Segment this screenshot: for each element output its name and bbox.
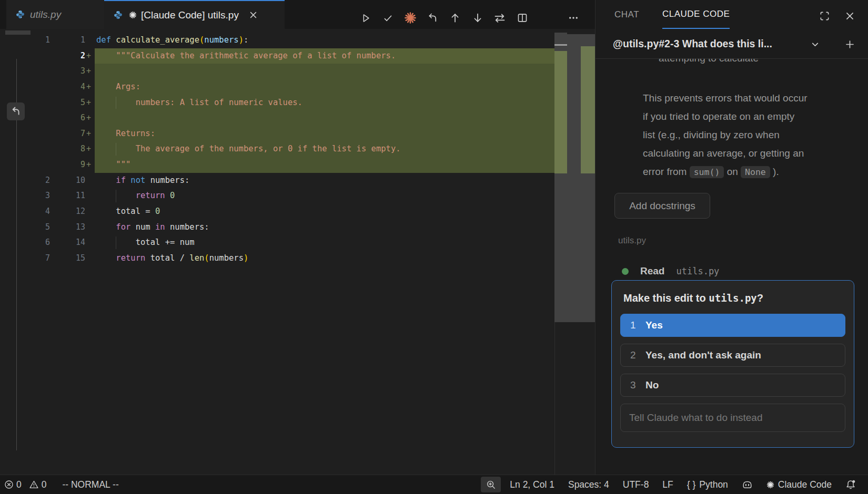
status-bar-right: Ln 2, Col 1 Spaces: 4 UTF-8 LF { }Python…	[481, 477, 863, 492]
warning-icon	[29, 480, 39, 489]
python-icon	[114, 11, 123, 19]
paragraph-line: This prevents errors that would occur	[643, 89, 859, 107]
paragraph-line: list (e.g., dividing by zero when	[643, 126, 859, 144]
claude-code-status[interactable]: Claude Code	[760, 479, 839, 490]
editor-tab-bar: utils.py [Claude Code] utils.py	[0, 0, 595, 29]
file-label: utils.py	[618, 235, 646, 246]
discard-undo-button[interactable]	[425, 11, 440, 25]
tab-chat[interactable]: CHAT	[614, 0, 639, 29]
chevron-down-icon[interactable]	[809, 38, 821, 50]
code-lines: 11def calculate_average(numbers):2+ """C…	[0, 33, 595, 266]
run-button[interactable]	[358, 11, 373, 25]
error-icon	[4, 480, 14, 489]
read-verb: Read	[640, 265, 664, 277]
option-yes[interactable]: 1 Yes	[620, 314, 845, 337]
maximize-panel-icon[interactable]	[818, 9, 831, 22]
eol-sequence[interactable]: LF	[655, 479, 680, 490]
code-line[interactable]: 9+ """	[0, 157, 595, 173]
tab-claude-code[interactable]: CLAUDE CODE	[662, 0, 730, 29]
overview-ruler-added-marks	[554, 51, 567, 173]
read-tool-row: Read utils.py	[622, 264, 719, 278]
new-session-plus-icon[interactable]	[843, 38, 856, 50]
problems-indicator[interactable]: 0 0 -- NORMAL --	[4, 479, 119, 490]
minimap-added-region	[581, 46, 595, 173]
code-line[interactable]: 8+ The average of the numbers, or 0 if t…	[0, 141, 595, 157]
scrolled-message-text: attempting to calculate	[659, 59, 759, 64]
tab-label: utils.py	[30, 9, 61, 20]
language-mode[interactable]: { }Python	[680, 479, 735, 490]
warning-count: 0	[42, 479, 47, 490]
code-line[interactable]: 614 total += num	[0, 235, 595, 251]
editor-scrollbar[interactable]	[554, 29, 567, 475]
error-count: 0	[16, 479, 22, 490]
notifications-bell-icon[interactable]	[839, 479, 863, 490]
check-accept-button[interactable]	[380, 11, 395, 25]
python-icon	[16, 10, 25, 19]
vim-mode-indicator: -- NORMAL --	[62, 479, 118, 490]
option-no[interactable]: 3 No	[620, 374, 845, 397]
read-file-name: utils.py	[676, 266, 719, 276]
session-title: @utils.py#2-3 What does this li...	[613, 29, 772, 59]
more-actions-icon[interactable]	[566, 11, 581, 25]
assistant-paragraph: This prevents errors that would occurif …	[643, 89, 859, 181]
swap-compare-button[interactable]	[492, 11, 507, 25]
arrow-down-button[interactable]	[470, 11, 485, 25]
split-editor-button[interactable]	[515, 11, 530, 25]
revert-block-button[interactable]	[7, 102, 25, 120]
code-line[interactable]: 2+ """Calculate the arithmetic average o…	[0, 48, 595, 64]
dialog-title: Make this edit to utils.py?	[623, 292, 845, 304]
code-editor[interactable]: 11def calculate_average(numbers):2+ """C…	[0, 29, 595, 475]
paragraph-line: if you tried to operate on an empty	[643, 107, 859, 126]
session-selector[interactable]: @utils.py#2-3 What does this li...	[596, 29, 868, 59]
claude-spark-button[interactable]	[403, 11, 418, 25]
code-line[interactable]: 412 total = 0	[0, 204, 595, 220]
code-line[interactable]: 715 return total / len(numbers)	[0, 251, 595, 266]
editor-divider	[554, 322, 555, 475]
paragraph-line: calculating an average, or getting an	[643, 144, 859, 162]
close-panel-icon[interactable]	[843, 9, 856, 22]
tab-utils-py[interactable]: utils.py	[6, 0, 104, 29]
code-line[interactable]: 311 return 0	[0, 188, 595, 204]
tell-claude-input[interactable]	[620, 404, 845, 432]
close-tab-icon[interactable]	[249, 11, 257, 19]
indentation[interactable]: Spaces: 4	[561, 479, 616, 490]
dirty-spark-icon	[129, 11, 137, 19]
panel-header: CHAT CLAUDE CODE	[596, 0, 868, 29]
code-line[interactable]: 6+	[0, 110, 595, 126]
zoom-indicator[interactable]	[481, 477, 501, 492]
code-line[interactable]: 513 for num in numbers:	[0, 220, 595, 235]
code-line[interactable]: 4+ Args:	[0, 79, 595, 95]
copilot-icon[interactable]	[735, 479, 760, 490]
edit-confirmation-dialog: Make this edit to utils.py? 1 Yes 2 Yes,…	[611, 280, 854, 448]
arrow-up-button[interactable]	[448, 11, 462, 25]
add-docstrings-prompt-chip[interactable]: Add docstrings	[614, 193, 710, 219]
overview-ruler-cursor-mark	[554, 44, 567, 46]
claude-spark-icon	[766, 481, 774, 489]
status-dot-icon	[622, 268, 629, 275]
tab-label: [Claude Code] utils.py	[141, 9, 239, 21]
paragraph-line: error from sum() on None ).	[643, 162, 859, 181]
option-yes-dont-ask[interactable]: 2 Yes, and don't ask again	[620, 344, 845, 367]
cursor-position[interactable]: Ln 2, Col 1	[503, 479, 561, 490]
minimap[interactable]	[567, 29, 595, 475]
code-line[interactable]: 3+	[0, 64, 595, 79]
panel-body: attempting to calculate This prevents er…	[596, 59, 868, 475]
code-line[interactable]: 7+ Returns:	[0, 126, 595, 142]
claude-code-panel: CHAT CLAUDE CODE @utils.py#2-3 What does…	[595, 0, 868, 475]
code-line[interactable]: 210 if not numbers:	[0, 173, 595, 189]
vscode-window: utils.py [Claude Code] utils.py	[0, 0, 868, 494]
encoding[interactable]: UTF-8	[616, 479, 656, 490]
tab-claude-code-utils-py[interactable]: [Claude Code] utils.py	[104, 0, 285, 29]
status-bar: 0 0 -- NORMAL -- Ln 2, Col 1 Spaces: 4 U…	[0, 475, 868, 494]
code-line[interactable]: 11def calculate_average(numbers):	[0, 33, 595, 48]
code-line[interactable]: 5+ numbers: A list of numeric values.	[0, 95, 595, 111]
